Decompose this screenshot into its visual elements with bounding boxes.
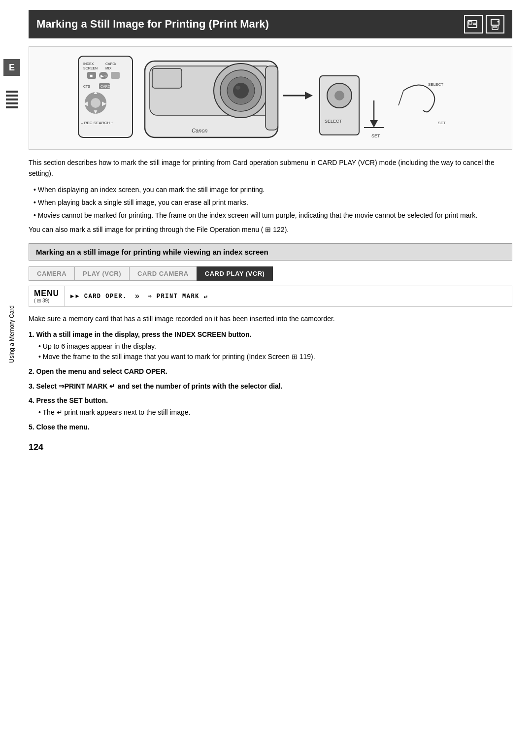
- bullet-list: When displaying an index screen, you can…: [29, 185, 512, 221]
- camera-illustration: INDEX SCREEN CARD/ MIX ■ ▶/II CTS CARD: [29, 47, 512, 149]
- svg-point-8: [498, 21, 499, 23]
- svg-rect-18: [111, 72, 120, 79]
- print-icon: [486, 15, 504, 33]
- menu-path: ▶ ► CARD OPER. » ⇒ PRINT MARK ↵: [65, 286, 512, 306]
- section-header: Marking an a still image for printing wh…: [29, 243, 512, 261]
- svg-text:SELECT: SELECT: [325, 119, 342, 124]
- svg-point-43: [334, 91, 344, 100]
- menu-sub: ( ⊞ 39): [34, 298, 49, 303]
- description-main: This section describes how to mark the s…: [29, 158, 512, 179]
- menu-arrow-1: ▶: [70, 293, 74, 300]
- tab-card-play-vcr[interactable]: CARD PLAY (VCR): [197, 266, 273, 281]
- title-icons: [464, 15, 504, 33]
- step-1: 1. With a still image in the display, pr…: [29, 329, 512, 362]
- svg-text:SET: SET: [371, 133, 380, 138]
- step-3: 3. Select ⇒PRINT MARK ↵ and set the numb…: [29, 381, 512, 392]
- menu-print-mark: ⇒ PRINT MARK ↵: [148, 293, 208, 300]
- svg-text:INDEX: INDEX: [83, 62, 94, 66]
- image-area: INDEX SCREEN CARD/ MIX ■ ▶/II CTS CARD: [29, 46, 512, 150]
- sidebar-letter: E: [3, 59, 20, 76]
- svg-marker-46: [370, 120, 378, 128]
- step-1-bullet-2: Move the frame to the still image that y…: [38, 352, 512, 362]
- sidebar-line-4: [6, 102, 18, 104]
- sidebar-rotated-text: Using a Memory Card: [8, 305, 15, 363]
- svg-text:SET: SET: [438, 121, 446, 125]
- tab-play-vcr[interactable]: PLAY (VCR): [74, 266, 129, 281]
- card-icon: [464, 15, 483, 33]
- menu-row: MENU ( ⊞ 39) ▶ ► CARD OPER. » ⇒ PRINT MA…: [29, 286, 512, 307]
- step-5: 5. Close the menu.: [29, 422, 512, 433]
- page-number: 124: [29, 442, 512, 453]
- step-4-header: 4. Press the SET button.: [29, 395, 512, 406]
- svg-text:▶: ▶: [102, 100, 107, 107]
- svg-text:◀: ◀: [83, 100, 88, 107]
- step-4-bullet-1: The ↵ print mark appears next to the sti…: [38, 407, 512, 418]
- step-2: 2. Open the menu and select CARD OPER.: [29, 366, 512, 377]
- svg-point-35: [235, 86, 240, 90]
- main-content: Marking a Still Image for Printing (Prin…: [24, 0, 532, 756]
- svg-marker-40: [305, 92, 313, 99]
- note-text: You can also mark a still image for prin…: [29, 225, 512, 235]
- svg-text:SELECT: SELECT: [428, 82, 443, 87]
- tab-camera[interactable]: CAMERA: [29, 266, 74, 281]
- bullet-item-2: When playing back a single still image, …: [33, 197, 512, 208]
- svg-text:CARD/: CARD/: [105, 62, 116, 66]
- step-4: 4. Press the SET button. The ↵ print mar…: [29, 395, 512, 418]
- svg-text:■: ■: [90, 73, 93, 78]
- svg-point-34: [233, 83, 249, 99]
- sidebar-line-1: [6, 91, 18, 93]
- menu-label: MENU ( ⊞ 39): [29, 286, 65, 306]
- svg-rect-1: [469, 22, 472, 24]
- sidebar-line-5: [6, 106, 18, 108]
- svg-text:– REC SEARCH +: – REC SEARCH +: [81, 121, 113, 125]
- svg-text:SCREEN: SCREEN: [83, 66, 98, 70]
- svg-text:CTS: CTS: [83, 85, 90, 88]
- page-title: Marking a Still Image for Printing (Prin…: [36, 18, 269, 31]
- step-4-bullets: The ↵ print mark appears next to the sti…: [29, 407, 512, 418]
- mode-tabs: CAMERA PLAY (VCR) CARD CAMERA CARD PLAY …: [29, 266, 512, 281]
- step-1-header: 1. With a still image in the display, pr…: [29, 329, 512, 340]
- svg-rect-36: [152, 68, 182, 88]
- bullet-item-1: When displaying an index screen, you can…: [33, 185, 512, 196]
- svg-text:▼: ▼: [93, 108, 99, 115]
- bullet-item-3: Movies cannot be marked for printing. Th…: [33, 210, 512, 221]
- step-2-header: 2. Open the menu and select CARD OPER.: [29, 366, 512, 377]
- svg-text:Canon: Canon: [192, 128, 207, 133]
- step-1-bullets: Up to 6 images appear in the display. Mo…: [29, 341, 512, 362]
- step-5-header: 5. Close the menu.: [29, 422, 512, 433]
- steps-intro: Make sure a memory card that has a still…: [29, 314, 512, 325]
- svg-point-23: [91, 98, 100, 108]
- sidebar-lines: [6, 91, 18, 108]
- step-3-header: 3. Select ⇒PRINT MARK ↵ and set the numb…: [29, 381, 512, 392]
- menu-double-arrow: »: [135, 292, 140, 301]
- menu-card-oper: ► CARD OPER.: [75, 293, 127, 300]
- svg-text:▲: ▲: [93, 89, 99, 96]
- sidebar-line-3: [6, 99, 18, 100]
- title-bar: Marking a Still Image for Printing (Prin…: [29, 10, 512, 38]
- svg-text:CARD: CARD: [100, 85, 110, 88]
- menu-word: MENU: [34, 289, 59, 298]
- page-wrapper: E Using a Memory Card Marking a Still Im…: [0, 0, 532, 756]
- svg-text:▶/II: ▶/II: [100, 74, 107, 78]
- svg-text:MIX: MIX: [105, 66, 112, 70]
- left-sidebar: E Using a Memory Card: [0, 0, 24, 756]
- tab-card-camera[interactable]: CARD CAMERA: [129, 266, 197, 281]
- svg-rect-38: [266, 66, 278, 130]
- step-1-bullet-1: Up to 6 images appear in the display.: [38, 341, 512, 352]
- sidebar-line-2: [6, 95, 18, 97]
